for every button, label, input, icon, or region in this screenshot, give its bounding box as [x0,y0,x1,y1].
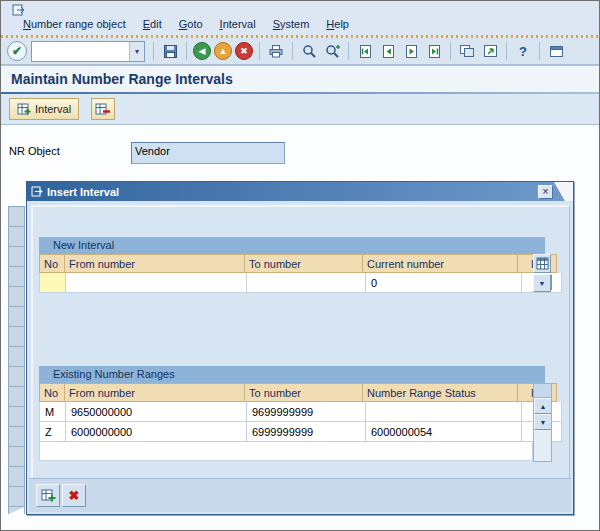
interval-button[interactable]: Interval [9,98,79,120]
column-header-no: No [39,383,65,402]
dialog-icon [31,186,43,197]
new-to-cell[interactable] [247,273,366,293]
menu-number-range-object[interactable]: Number range object [23,18,126,30]
next-page-button[interactable] [400,41,422,62]
dialog-corner-fold [551,182,573,201]
row-selector-cell[interactable] [9,207,24,227]
row-selector-cell[interactable] [9,307,24,327]
existing-status-cell[interactable]: 6000000054 [366,422,522,442]
menu-interval[interactable]: Interval [220,18,256,30]
help-icon: ? [519,44,527,59]
existing-from-cell[interactable]: 9650000000 [66,402,247,422]
screen-icon[interactable] [12,4,25,16]
table-settings-icon [536,257,549,270]
row-selector-cell[interactable] [9,247,24,267]
new-from-cell[interactable] [66,273,247,293]
column-header-from: From number [65,254,245,273]
row-selector-cell[interactable] [9,267,24,287]
print-icon [268,44,284,58]
enter-icon[interactable]: ✔ [7,41,27,61]
nr-object-label: NR Object [9,145,60,157]
command-field[interactable]: ▾ [31,41,145,62]
customize-layout-button[interactable] [545,41,567,62]
menu-help[interactable]: Help [326,18,349,30]
exit-icon: ▲ [219,46,228,56]
new-no-cell[interactable] [39,273,66,293]
toolbar-separator [506,42,507,60]
check-icon: ✔ [12,44,22,58]
scroll-up-button[interactable]: ▲ [534,398,551,414]
existing-to-cell[interactable]: 6999999999 [247,422,366,442]
row-selector-cell[interactable] [9,327,24,347]
row-selector-cell[interactable] [9,487,24,507]
row-selector-cell[interactable] [9,367,24,387]
dialog-close-button[interactable]: × [538,185,553,199]
existing-header-row: No From number To number Number Range St… [39,383,557,402]
column-header-to: To number [245,254,363,273]
existing-no-cell[interactable]: M [39,402,66,422]
help-button[interactable]: ? [512,41,534,62]
insert-button[interactable] [36,484,60,507]
new-session-icon [459,44,475,58]
find-next-button[interactable] [321,41,343,62]
existing-from-cell[interactable]: 6000000000 [66,422,247,442]
insert-interval-dialog: Insert Interval × New Interval No From n… [26,181,574,515]
menu-system[interactable]: System [273,18,310,30]
dialog-footer: ✖ [29,478,571,512]
new-interval-scroll-down-button[interactable]: ▼ [533,274,551,292]
print-button[interactable] [265,41,287,62]
command-input[interactable] [32,42,129,61]
column-header-no: No [39,254,65,273]
find-next-icon [325,44,340,59]
column-header-current: Current number [363,254,518,273]
dialog-cancel-button[interactable]: ✖ [62,484,86,507]
existing-status-cell[interactable] [366,402,522,422]
previous-page-button[interactable] [377,41,399,62]
row-selector-cell[interactable] [9,227,24,247]
menu-goto[interactable]: Goto [179,18,203,30]
delete-interval-button[interactable] [91,98,115,120]
command-dropdown-icon[interactable]: ▾ [129,42,144,61]
exit-button[interactable]: ▲ [214,42,232,60]
table-settings-button[interactable] [533,254,551,273]
save-button[interactable] [159,41,181,62]
cancel-button[interactable]: ✖ [235,42,253,60]
row-selector-cell[interactable] [9,467,24,487]
new-session-button[interactable] [456,41,478,62]
insert-interval-icon [17,102,31,116]
dialog-titlebar[interactable]: Insert Interval × [27,182,573,201]
shortcut-icon [483,44,498,58]
close-icon: × [542,185,548,197]
existing-no-cell[interactable]: Z [39,422,66,442]
back-button[interactable]: ◀ [193,42,211,60]
existing-table-empty-area [39,442,533,461]
new-current-cell[interactable]: 0 [366,273,522,293]
row-selector-cell[interactable] [9,447,24,467]
existing-row: Z 6000000000 6999999999 6000000054 [39,422,562,442]
first-page-button[interactable] [354,41,376,62]
existing-row: M 9650000000 9699999999 [39,402,562,422]
nr-object-field[interactable]: Vendor [131,142,285,164]
sap-window: Number range object Edit Goto Interval S… [0,0,600,531]
last-page-button[interactable] [423,41,445,62]
row-selector-cell[interactable] [9,347,24,367]
scroll-down-button[interactable]: ▼ [534,414,551,430]
row-selector-cell[interactable] [9,407,24,427]
existing-to-cell[interactable]: 9699999999 [247,402,366,422]
scrollbar-thumb[interactable] [534,384,551,398]
row-selector-cell[interactable] [9,287,24,307]
toolbar-separator [186,42,187,60]
menu-edit[interactable]: Edit [143,18,162,30]
row-selector-cell[interactable] [9,427,24,447]
toolbar-separator [153,42,154,60]
work-area: NR Object Vendor Insert Interval [1,125,599,530]
new-interval-row: 0 [39,273,562,293]
standard-toolbar: ✔ ▾ ◀ ▲ ✖ [1,38,599,65]
create-shortcut-button[interactable] [479,41,501,62]
arrow-up-icon: ▲ [540,403,547,410]
new-interval-header-row: No From number To number Current number … [39,254,557,273]
row-selector-cell[interactable] [9,387,24,407]
customize-layout-icon [549,45,564,58]
find-button[interactable] [298,41,320,62]
toolbar-separator [539,42,540,60]
